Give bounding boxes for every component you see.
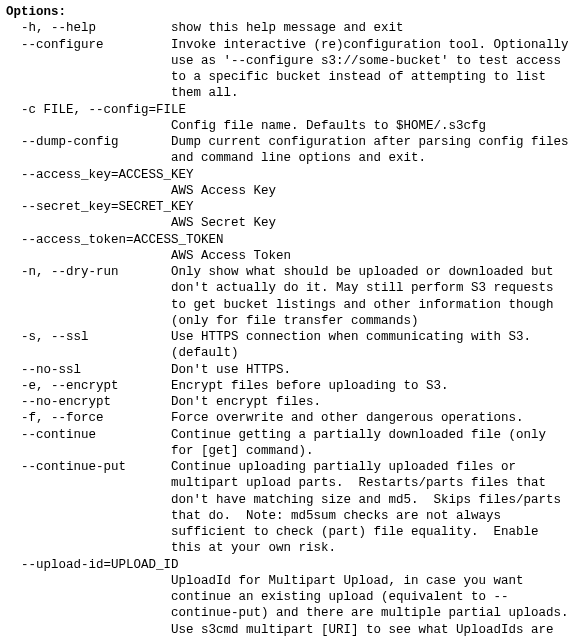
option-row: -c FILE, --config=FILE [6,102,576,118]
option-description: Config file name. Defaults to $HOME/.s3c… [171,118,576,134]
option-flags: -n, --dry-run [6,264,171,280]
option-row: AWS Access Key [6,183,576,199]
option-flags [6,183,171,199]
option-row: --no-ssl Don't use HTTPS. [6,362,576,378]
options-list: -h, --help show this help message and ex… [6,20,576,638]
options-heading: Options: [6,4,576,20]
option-flags: --continue-put [6,459,171,475]
option-row: --continue-put Continue uploading partia… [6,459,576,557]
option-flags: --continue [6,427,171,443]
option-description: Continue uploading partially uploaded fi… [171,459,576,557]
option-row: -e, --encrypt Encrypt files before uploa… [6,378,576,394]
option-flags: --dump-config [6,134,171,150]
option-row: --access_key=ACCESS_KEY [6,167,576,183]
option-row: -s, --ssl Use HTTPS connection when comm… [6,329,576,362]
option-description: UploadId for Multipart Upload, in case y… [171,573,576,638]
option-flags: -e, --encrypt [6,378,171,394]
option-flags: -s, --ssl [6,329,171,345]
option-flags [6,118,171,134]
option-description: AWS Secret Key [171,215,576,231]
option-row: --no-encrypt Don't encrypt files. [6,394,576,410]
option-row: Config file name. Defaults to $HOME/.s3c… [6,118,576,134]
option-row: UploadId for Multipart Upload, in case y… [6,573,576,638]
option-flags [6,248,171,264]
option-description: Don't use HTTPS. [171,362,576,378]
option-description: Dump current configuration after parsing… [171,134,576,167]
option-flags: -c FILE, --config=FILE [6,102,186,118]
option-row: -h, --help show this help message and ex… [6,20,576,36]
options-page: Options: -h, --help show this help messa… [0,0,582,638]
option-description: Use HTTPS connection when communicating … [171,329,576,362]
option-row: --access_token=ACCESS_TOKEN [6,232,576,248]
option-description: AWS Access Key [171,183,576,199]
option-flags: --access_key=ACCESS_KEY [6,167,194,183]
option-flags: --no-encrypt [6,394,171,410]
option-flags [6,215,171,231]
option-row: --upload-id=UPLOAD_ID [6,557,576,573]
option-flags [6,573,171,589]
option-description: show this help message and exit [171,20,576,36]
option-flags: --secret_key=SECRET_KEY [6,199,194,215]
option-description: Don't encrypt files. [171,394,576,410]
option-description: Invoke interactive (re)configuration too… [171,37,576,102]
option-flags: -h, --help [6,20,171,36]
option-row: --dump-config Dump current configuration… [6,134,576,167]
option-row: --configure Invoke interactive (re)confi… [6,37,576,102]
option-row: AWS Secret Key [6,215,576,231]
option-row: --continue Continue getting a partially … [6,427,576,460]
option-description: AWS Access Token [171,248,576,264]
option-flags: -f, --force [6,410,171,426]
option-row: -n, --dry-run Only show what should be u… [6,264,576,329]
option-row: AWS Access Token [6,248,576,264]
option-flags: --access_token=ACCESS_TOKEN [6,232,224,248]
option-description: Force overwrite and other dangerous oper… [171,410,576,426]
option-flags: --upload-id=UPLOAD_ID [6,557,179,573]
option-description: Only show what should be uploaded or dow… [171,264,576,329]
option-row: -f, --force Force overwrite and other da… [6,410,576,426]
option-flags: --configure [6,37,171,53]
option-row: --secret_key=SECRET_KEY [6,199,576,215]
option-description: Continue getting a partially downloaded … [171,427,576,460]
option-flags: --no-ssl [6,362,171,378]
option-description: Encrypt files before uploading to S3. [171,378,576,394]
